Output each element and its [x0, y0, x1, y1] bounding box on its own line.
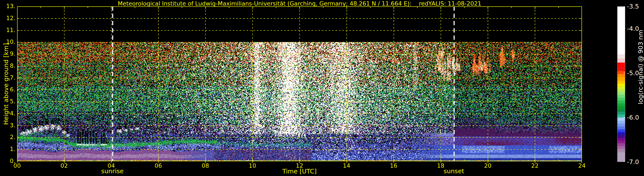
page-title: Meteorological Institute of Ludwig-Maxim… — [17, 0, 582, 7]
x-tick-label: 02 — [54, 162, 74, 169]
x-tick-label: 14 — [337, 162, 356, 169]
y-tick-label: 5. — [0, 98, 16, 105]
y-tick-label: 6. — [0, 86, 16, 93]
y-tick-label: 4. — [0, 110, 16, 117]
lidar-quicklook-window: Meteorological Institute of Ludwig-Maxim… — [0, 0, 644, 176]
x-tick-label: 18 — [431, 162, 450, 169]
x-tick-label: 04 — [102, 162, 121, 169]
lidar-heatmap-canvas — [17, 6, 582, 164]
x-tick-label: 20 — [478, 162, 498, 169]
y-tick-label: 7. — [0, 74, 16, 81]
x-tick-label: 08 — [196, 162, 215, 169]
colorbar-tick-label: -6.0 — [627, 114, 644, 121]
colorbar-canvas — [617, 6, 625, 162]
colorbar-tick-label: -5.0 — [627, 69, 644, 77]
y-tick-label: 1. — [0, 146, 16, 152]
y-tick-label: 10. — [0, 38, 16, 45]
y-tick-label: 2. — [0, 134, 16, 140]
y-tick-label: 9. — [0, 50, 16, 57]
y-tick-label: 0. — [0, 158, 16, 164]
x-tick-label: 24 — [572, 162, 592, 169]
colorbar-tick-label: -3.5 — [627, 3, 644, 10]
y-tick-label: 3. — [0, 122, 16, 129]
colorbar-tick-label: -4.0 — [627, 25, 644, 32]
y-tick-label: 13. — [0, 3, 16, 9]
x-tick-label: 16 — [384, 162, 403, 169]
y-tick-label: 11. — [0, 27, 16, 33]
x-tick-label: 06 — [149, 162, 168, 169]
colorbar-title: log(rc-signal) @ 903 nm — [637, 30, 644, 104]
y-tick-label: 8. — [0, 62, 16, 69]
y-tick-label: 12. — [0, 15, 16, 21]
colorbar-tick-label: -7.0 — [627, 158, 644, 166]
x-tick-label: 22 — [525, 162, 544, 169]
x-tick-label: 10 — [243, 162, 262, 169]
x-tick-label: 12 — [290, 162, 309, 169]
